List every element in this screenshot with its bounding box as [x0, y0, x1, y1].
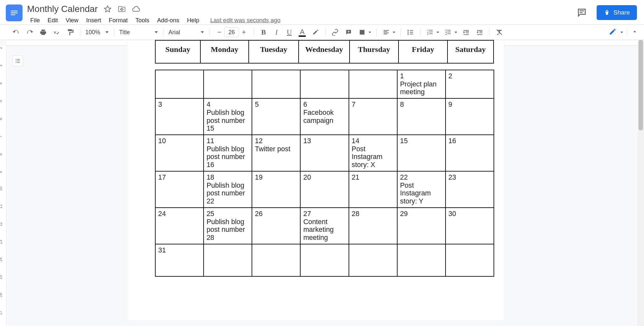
calendar-cell[interactable] — [252, 70, 300, 98]
calendar-cell[interactable]: 8 — [397, 98, 446, 135]
vertical-scrollbar[interactable] — [638, 40, 644, 326]
day-header[interactable]: Thursday — [350, 40, 399, 63]
day-header[interactable]: Saturday — [447, 40, 494, 63]
calendar-cell[interactable]: 9 — [446, 98, 494, 135]
font-family-select[interactable]: Arial — [168, 29, 204, 36]
paragraph-style-select[interactable]: Title — [119, 29, 158, 36]
star-icon[interactable] — [103, 5, 112, 13]
add-comment-icon[interactable] — [344, 28, 353, 37]
calendar-cell[interactable] — [300, 70, 349, 98]
comments-icon[interactable] — [576, 7, 588, 18]
calendar-cell[interactable]: 31 — [155, 244, 204, 276]
calendar-cell[interactable]: 1Project plan meeting — [397, 70, 446, 98]
calendar-cell[interactable]: 22Post Instagram story: Y — [397, 171, 446, 208]
bulleted-list-button[interactable] — [444, 28, 457, 37]
menu-edit[interactable]: Edit — [44, 15, 61, 25]
undo-icon[interactable] — [12, 28, 21, 37]
menu-tools[interactable]: Tools — [132, 15, 152, 25]
calendar-cell[interactable]: 30 — [446, 208, 494, 244]
calendar-cell[interactable]: 6Facebook campaign — [300, 98, 349, 135]
calendar-cell[interactable]: 25Publish blog post number 28 — [204, 208, 252, 244]
day-header[interactable]: Sunday — [155, 40, 200, 63]
line-spacing-icon[interactable] — [406, 28, 415, 37]
underline-button[interactable]: U — [285, 28, 293, 36]
move-icon[interactable] — [118, 5, 126, 13]
paint-format-icon[interactable] — [66, 28, 75, 37]
document-title[interactable]: Monthly Calendar — [27, 3, 98, 15]
last-edit-link[interactable]: Last edit was seconds ago — [210, 17, 281, 24]
spellcheck-icon[interactable] — [52, 28, 61, 37]
zoom-select[interactable]: 100% — [85, 29, 109, 36]
indent-decrease-icon[interactable] — [462, 28, 471, 37]
calendar-cell[interactable] — [446, 244, 494, 276]
menu-help[interactable]: Help — [184, 15, 202, 25]
calendar-cell[interactable] — [349, 70, 397, 98]
calendar-cell[interactable] — [155, 70, 204, 98]
calendar-cell[interactable]: 28 — [349, 208, 397, 244]
print-icon[interactable] — [39, 28, 48, 37]
day-header[interactable]: Friday — [399, 40, 447, 63]
bold-button[interactable]: B — [259, 28, 268, 36]
calendar-cell[interactable]: 4Publish blog post number 15 — [204, 98, 252, 135]
calendar-cell[interactable] — [349, 244, 397, 276]
calendar-cell[interactable]: 14Post Instagram story: X — [349, 135, 397, 171]
cloud-saved-icon[interactable] — [132, 5, 140, 13]
day-header[interactable]: Tuesday — [249, 40, 299, 63]
calendar-cell[interactable]: 27Content marketing meeting — [300, 208, 349, 244]
calendar-cell[interactable]: 3 — [155, 98, 204, 135]
calendar-cell[interactable]: 7 — [349, 98, 397, 135]
menu-view[interactable]: View — [62, 15, 82, 25]
scrollbar-thumb[interactable] — [639, 40, 643, 130]
day-header[interactable]: Wednesday — [299, 40, 350, 63]
menu-format[interactable]: Format — [106, 15, 131, 25]
menu-file[interactable]: File — [27, 15, 43, 25]
calendar-cell[interactable]: 12Twitter post — [252, 135, 300, 171]
calendar-cell[interactable]: 20 — [300, 171, 349, 208]
docs-logo-icon[interactable] — [6, 5, 23, 21]
calendar-cell[interactable]: 5 — [252, 98, 300, 135]
day-header[interactable]: Monday — [200, 40, 249, 63]
calendar-cell[interactable] — [397, 244, 446, 276]
calendar-table[interactable]: 1Project plan meeting234Publish blog pos… — [155, 70, 494, 277]
indent-increase-icon[interactable] — [475, 28, 484, 37]
menu-insert[interactable]: Insert — [83, 15, 104, 25]
vertical-ruler[interactable]: 234567891011121314151617 — [0, 46, 6, 326]
italic-button[interactable]: I — [272, 28, 281, 36]
calendar-cell[interactable]: 23 — [446, 171, 494, 208]
insert-image-button[interactable] — [358, 28, 371, 37]
calendar-cell[interactable] — [252, 244, 300, 276]
share-button[interactable]: Share — [597, 5, 637, 20]
calendar-cell[interactable]: 13 — [300, 135, 349, 171]
document-outline-button[interactable] — [12, 55, 23, 66]
calendar-cell[interactable]: 10 — [155, 135, 204, 171]
hide-menus-icon[interactable] — [629, 28, 641, 36]
calendar-header-table[interactable]: SundayMondayTuesdayWednesdayThursdayFrid… — [155, 40, 494, 64]
calendar-cell[interactable] — [204, 244, 252, 276]
calendar-cell[interactable] — [204, 70, 252, 98]
font-size-decrease[interactable]: − — [215, 27, 224, 37]
calendar-cell[interactable]: 29 — [397, 208, 446, 244]
calendar-cell[interactable]: 16 — [446, 135, 494, 171]
calendar-cell[interactable]: 15 — [397, 135, 446, 171]
document-page[interactable]: SundayMondayTuesdayWednesdayThursdayFrid… — [127, 40, 504, 321]
calendar-cell[interactable]: 17 — [155, 171, 204, 208]
font-size-input[interactable] — [224, 27, 239, 37]
numbered-list-button[interactable] — [426, 28, 439, 37]
calendar-cell[interactable]: 2 — [446, 70, 494, 98]
calendar-cell[interactable]: 11Publish blog post number 16 — [204, 135, 252, 171]
calendar-cell[interactable] — [300, 244, 349, 276]
calendar-cell[interactable]: 18Publish blog post number 22 — [204, 171, 252, 208]
calendar-cell[interactable]: 26 — [252, 208, 300, 244]
clear-formatting-icon[interactable] — [495, 28, 504, 37]
menu-addons[interactable]: Add-ons — [154, 15, 183, 25]
calendar-cell[interactable]: 21 — [349, 171, 397, 208]
editing-mode-button[interactable] — [606, 26, 626, 38]
link-icon[interactable] — [331, 28, 340, 37]
highlight-icon[interactable] — [311, 28, 320, 37]
text-color-button[interactable]: A — [298, 28, 306, 37]
font-size-increase[interactable]: + — [239, 27, 249, 37]
calendar-cell[interactable]: 19 — [252, 171, 300, 208]
redo-icon[interactable] — [25, 28, 34, 37]
calendar-cell[interactable]: 24 — [155, 208, 204, 244]
align-button[interactable] — [382, 28, 395, 37]
